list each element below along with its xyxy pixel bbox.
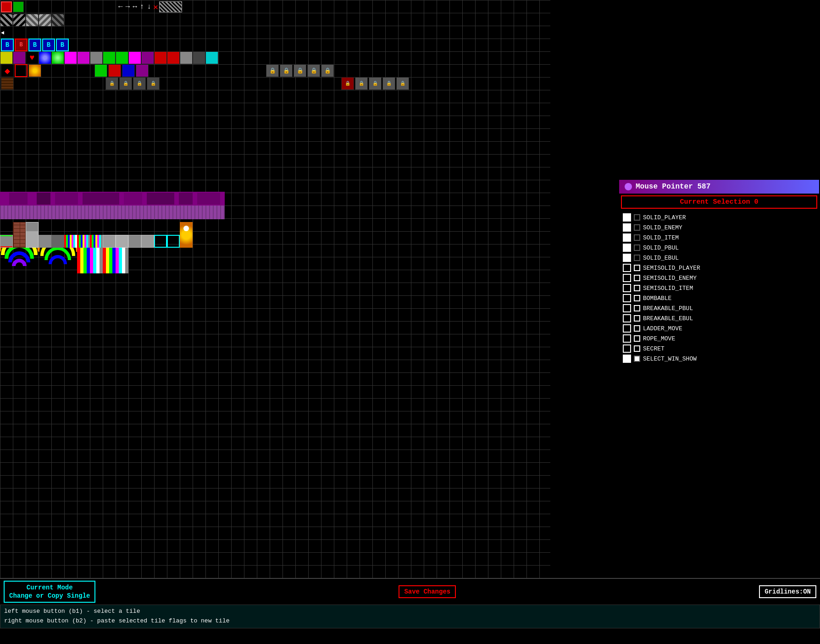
flag-row-solid_item[interactable]: SOLID_ITEM bbox=[621, 233, 817, 243]
flag-outer-cb-solid_ebul[interactable] bbox=[623, 254, 631, 262]
flag-row-semisolid_player[interactable]: SEMISOLID_PLAYER bbox=[621, 263, 817, 273]
tile-pink[interactable] bbox=[128, 51, 141, 64]
tile-lock5[interactable]: 🔒 bbox=[321, 64, 334, 77]
tile-dark2[interactable] bbox=[193, 51, 205, 64]
tile-orangecircle[interactable] bbox=[28, 64, 41, 77]
flag-outer-cb-select_win_show[interactable] bbox=[623, 355, 631, 363]
tile-brown[interactable] bbox=[1, 77, 14, 90]
arrow-up-icon[interactable]: ↑ bbox=[139, 3, 145, 11]
checker-tile-3[interactable] bbox=[26, 14, 39, 27]
flag-outer-cb-solid_enemy[interactable] bbox=[623, 223, 631, 232]
flag-inner-cb-solid_ebul[interactable] bbox=[634, 255, 640, 261]
tile-yellow[interactable] bbox=[0, 51, 13, 64]
flag-inner-cb-solid_enemy[interactable] bbox=[634, 224, 640, 231]
arrow-left-icon[interactable]: ← bbox=[117, 3, 124, 11]
arrow-down-icon[interactable]: ↓ bbox=[146, 3, 152, 11]
flag-outer-cb-secret[interactable] bbox=[623, 344, 631, 353]
close-icon[interactable]: ✕ bbox=[153, 2, 158, 12]
checker-tile-4[interactable] bbox=[39, 14, 51, 27]
tile-graylock2[interactable]: 🔒 bbox=[369, 77, 382, 90]
tile-red-0[interactable] bbox=[1, 1, 12, 12]
gridlines-toggle[interactable]: Gridlines:ON bbox=[759, 585, 816, 598]
flag-outer-cb-bombable[interactable] bbox=[623, 294, 631, 302]
tile-red2[interactable] bbox=[154, 51, 167, 64]
tile-lock-sm4[interactable]: 🔒 bbox=[147, 77, 160, 90]
save-changes-button[interactable]: Save Changes bbox=[399, 585, 456, 598]
grid-area[interactable]: ← → ↔ ↑ ↓ ✕ ◄ B B B B B ♥ bbox=[0, 0, 550, 578]
flag-row-solid_pbul[interactable]: SOLID_PBUL bbox=[621, 243, 817, 253]
stripes-tile[interactable] bbox=[77, 248, 103, 273]
checker-tile-5[interactable] bbox=[51, 14, 64, 27]
tile-graylock4[interactable]: 🔒 bbox=[396, 77, 409, 90]
tile-greencircle[interactable] bbox=[51, 51, 64, 64]
char-orb[interactable] bbox=[180, 222, 193, 248]
tile-diamond[interactable]: ◆ bbox=[1, 64, 14, 77]
flag-inner-cb-bombable[interactable] bbox=[634, 295, 640, 301]
cyan-box-1[interactable] bbox=[154, 235, 167, 248]
tile-rect-outline[interactable] bbox=[15, 64, 28, 77]
tile-purp2[interactable] bbox=[141, 51, 154, 64]
tile-bluecircle[interactable] bbox=[39, 51, 51, 64]
tile-green2[interactable] bbox=[103, 51, 116, 64]
flag-row-select_win_show[interactable]: SELECT_WIN_SHOW bbox=[621, 354, 817, 364]
tile-heart[interactable]: ♥ bbox=[26, 51, 39, 64]
flag-row-solid_player[interactable]: SOLID_PLAYER bbox=[621, 212, 817, 222]
tile-purple[interactable] bbox=[13, 51, 26, 64]
flag-inner-cb-select_win_show[interactable] bbox=[634, 355, 640, 362]
flag-inner-cb-secret[interactable] bbox=[634, 345, 640, 352]
checker-tile[interactable] bbox=[0, 14, 13, 27]
gray-plat-4[interactable] bbox=[141, 235, 154, 248]
char-sprite[interactable] bbox=[26, 222, 39, 248]
b-tile-2[interactable]: B bbox=[15, 39, 28, 51]
arrow-right-icon[interactable]: → bbox=[125, 3, 131, 11]
flag-row-breakable_pbul[interactable]: BREAKABLE_PBUL bbox=[621, 303, 817, 313]
checker-tile-2[interactable] bbox=[13, 14, 26, 27]
current-mode-box[interactable]: Current Mode Change or Copy Single bbox=[4, 581, 95, 603]
tile-greensq[interactable] bbox=[94, 64, 107, 77]
gray-plat-3[interactable] bbox=[128, 235, 141, 248]
tile-graylock1[interactable]: 🔒 bbox=[355, 77, 368, 90]
flag-inner-cb-semisolid_player[interactable] bbox=[634, 265, 640, 271]
tile-lock3[interactable]: 🔒 bbox=[294, 64, 306, 77]
tile-purple2[interactable] bbox=[77, 51, 90, 64]
flag-inner-cb-semisolid_enemy[interactable] bbox=[634, 275, 640, 281]
flag-inner-cb-solid_player[interactable] bbox=[634, 214, 640, 221]
tile-cyan[interactable] bbox=[205, 51, 218, 64]
b-tile-1[interactable]: B bbox=[1, 39, 14, 51]
flag-outer-cb-breakable_ebul[interactable] bbox=[623, 314, 631, 322]
tile-redlock1[interactable]: 🔒 bbox=[341, 77, 354, 90]
flag-inner-cb-rope_move[interactable] bbox=[634, 335, 640, 342]
tile-bluesq[interactable] bbox=[122, 64, 135, 77]
flag-inner-cb-ladder_move[interactable] bbox=[634, 325, 640, 332]
flag-outer-cb-solid_item[interactable] bbox=[623, 233, 631, 242]
flag-row-ladder_move[interactable]: LADDER_MOVE bbox=[621, 323, 817, 333]
flag-inner-cb-breakable_pbul[interactable] bbox=[634, 305, 640, 311]
tile-red3[interactable] bbox=[167, 51, 180, 64]
b-tile-3[interactable]: B bbox=[28, 39, 41, 51]
flag-outer-cb-semisolid_enemy[interactable] bbox=[623, 274, 631, 282]
tile-gray[interactable] bbox=[90, 51, 103, 64]
flag-outer-cb-semisolid_player[interactable] bbox=[623, 264, 631, 272]
flag-outer-cb-semisolid_item[interactable] bbox=[623, 284, 631, 292]
flag-row-bombable[interactable]: BOMBABLE bbox=[621, 293, 817, 303]
flag-inner-cb-solid_pbul[interactable] bbox=[634, 244, 640, 251]
flag-row-solid_enemy[interactable]: SOLID_ENEMY bbox=[621, 222, 817, 233]
tile-gray2[interactable] bbox=[180, 51, 193, 64]
tile-lock2[interactable]: 🔒 bbox=[280, 64, 293, 77]
b-tile-5[interactable]: B bbox=[56, 39, 69, 51]
flag-outer-cb-rope_move[interactable] bbox=[623, 334, 631, 343]
tile-green-1[interactable] bbox=[13, 1, 24, 12]
tile-magenta[interactable] bbox=[64, 51, 77, 64]
flag-row-solid_ebul[interactable]: SOLID_EBUL bbox=[621, 253, 817, 263]
b-tile-4[interactable]: B bbox=[42, 39, 55, 51]
tile-lock1[interactable]: 🔒 bbox=[266, 64, 279, 77]
tile-lock4[interactable]: 🔒 bbox=[307, 64, 320, 77]
flag-outer-cb-breakable_pbul[interactable] bbox=[623, 304, 631, 312]
flag-outer-cb-solid_player[interactable] bbox=[623, 213, 631, 222]
arrow-lr-icon[interactable]: ↔ bbox=[132, 3, 138, 11]
cyan-box-2[interactable] bbox=[167, 235, 180, 248]
tile-green3[interactable] bbox=[116, 51, 128, 64]
flag-inner-cb-solid_item[interactable] bbox=[634, 234, 640, 241]
flag-inner-cb-semisolid_item[interactable] bbox=[634, 285, 640, 291]
stripes-tile-2[interactable] bbox=[103, 248, 128, 273]
